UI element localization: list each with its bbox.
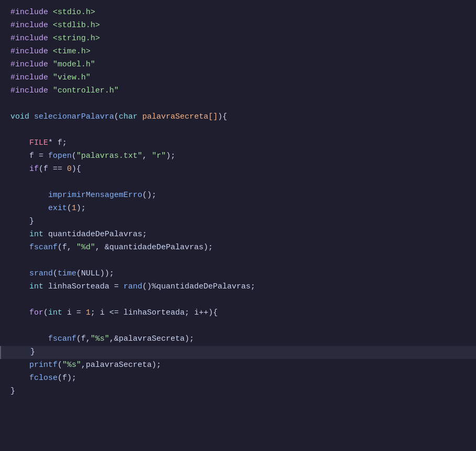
code-token: "%s" (62, 359, 81, 372)
code-token: = (34, 150, 48, 163)
code-token: NULL (81, 268, 100, 281)
code-line: #include <stdlib.h> (0, 19, 476, 32)
code-token: { (213, 307, 218, 320)
code-token: #include (10, 45, 48, 59)
code-token: #include (10, 59, 48, 72)
code-token: (f, (58, 241, 76, 255)
code-line: int quantidadeDePalavras; (0, 228, 476, 241)
code-token: ( (114, 111, 119, 124)
code-token: ( (72, 150, 76, 163)
code-token: #include (10, 32, 48, 45)
code-token (10, 281, 29, 294)
code-token (29, 111, 34, 124)
code-token (10, 189, 48, 202)
code-line: imprimirMensagemErro(); (0, 189, 476, 202)
code-token (10, 202, 48, 215)
code-line: #include "model.h" (0, 59, 476, 72)
code-token: 1 (86, 307, 90, 320)
code-token: linhaSorteada = (43, 281, 123, 294)
code-line (0, 294, 476, 307)
code-token: void (10, 111, 29, 124)
code-token: ; i <= linhaSorteada; i++) (90, 307, 213, 320)
code-line: fclose(f); (0, 372, 476, 385)
code-token: (f); (58, 372, 76, 385)
code-token: ,palavraSecreta); (81, 359, 161, 372)
code-line: fscanf(f, "%d", &quantidadeDePalavras); (0, 241, 476, 255)
code-token: (f, (76, 333, 90, 346)
code-line: printf("%s",palavraSecreta); (0, 359, 476, 372)
code-token: } (10, 385, 15, 398)
code-line: FILE* f; (0, 137, 476, 150)
code-token: selecionarPalavra (34, 111, 114, 124)
code-token: ()%quantidadeDePalavras; (142, 281, 255, 294)
code-token: "%s" (90, 333, 109, 346)
code-line: #include "view.h" (0, 72, 476, 85)
code-token (138, 111, 142, 124)
code-token: "palavras.txt" (76, 150, 142, 163)
code-line: #include <stdio.h> (0, 6, 476, 19)
code-token (10, 215, 29, 228)
code-token: <stdlib.h> (53, 19, 100, 32)
code-token: fopen (48, 150, 72, 163)
code-token: } (29, 215, 34, 228)
code-token: ( (67, 202, 72, 215)
code-token: ( (53, 268, 58, 281)
code-token (10, 268, 29, 281)
code-line: if(f == 0){ (0, 163, 476, 176)
code-token: exit (48, 202, 67, 215)
code-line (0, 98, 476, 111)
code-line (0, 176, 476, 189)
code-token (10, 333, 48, 346)
code-token: #include (10, 72, 48, 85)
code-token: quantidadeDePalavras; (43, 228, 147, 241)
code-token: #include (10, 19, 48, 32)
code-token: ); (76, 202, 86, 215)
code-token: int (48, 307, 62, 320)
code-token: "model.h" (53, 59, 95, 72)
code-editor: #include <stdio.h>#include <stdlib.h>#in… (0, 0, 476, 404)
code-token: i = (62, 307, 86, 320)
code-token: "view.h" (53, 72, 90, 85)
code-line: int linhaSorteada = rand()%quantidadeDeP… (0, 281, 476, 294)
code-token (48, 6, 53, 19)
code-token (48, 45, 53, 59)
code-token: fscanf (48, 333, 76, 346)
code-line (0, 255, 476, 268)
code-line: exit(1); (0, 202, 476, 215)
code-token (10, 241, 29, 255)
code-token (48, 19, 53, 32)
code-token: char (119, 111, 138, 124)
code-line (0, 124, 476, 137)
code-line: srand(time(NULL)); (0, 268, 476, 281)
code-line: #include <string.h> (0, 32, 476, 45)
code-token: , &quantidadeDePalavras); (95, 241, 213, 255)
code-token (48, 32, 53, 45)
code-token: f (29, 150, 34, 163)
code-token: (f == (39, 163, 67, 176)
code-token: srand (29, 268, 53, 281)
code-token: <time.h> (53, 45, 90, 59)
code-token: <stdio.h> (53, 6, 95, 19)
code-token: int (29, 281, 43, 294)
code-token: palavraSecreta[] (142, 111, 218, 124)
code-token (10, 372, 29, 385)
code-token: ); (166, 150, 175, 163)
code-token: "r" (152, 150, 166, 163)
code-token: ( (43, 307, 48, 320)
code-line: void selecionarPalavra(char palavraSecre… (0, 111, 476, 124)
code-token: rand (123, 281, 142, 294)
code-token (10, 137, 29, 150)
code-token: ( (58, 359, 62, 372)
code-token: for (29, 307, 43, 320)
code-token: int (29, 228, 43, 241)
code-token: * f; (48, 137, 67, 150)
code-token: <string.h> (53, 32, 100, 45)
code-line: fscanf(f,"%s",&palavraSecreta); (0, 333, 476, 346)
code-token: )); (100, 268, 114, 281)
code-token: ){ (218, 111, 227, 124)
code-token (10, 163, 29, 176)
code-token: imprimirMensagemErro (48, 189, 142, 202)
code-token: (); (142, 189, 156, 202)
code-token (10, 150, 29, 163)
code-token: fscanf (29, 241, 58, 255)
